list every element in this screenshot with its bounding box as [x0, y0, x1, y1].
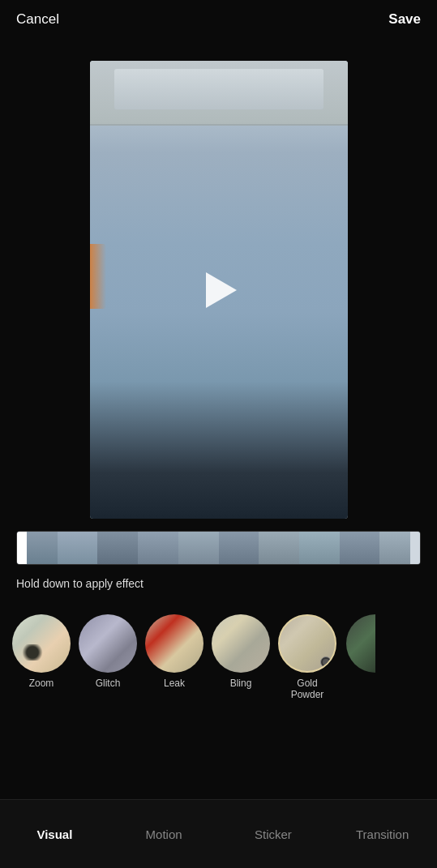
timeline-frames	[17, 532, 420, 564]
effect-circle-gold-powder	[278, 614, 336, 673]
timeline-handle-right[interactable]	[410, 531, 420, 565]
effect-circle-leak	[145, 614, 204, 673]
instruction-text: Hold down to apply effect	[16, 577, 144, 590]
video-top-structure	[90, 61, 348, 126]
timeline-frame	[299, 532, 340, 564]
timeline-frame	[340, 532, 380, 564]
timeline-frame	[178, 532, 219, 564]
effect-circle-partial	[346, 614, 375, 673]
timeline-handle-left[interactable]	[17, 531, 27, 565]
timeline-border-bottom	[27, 564, 410, 565]
effect-label-zoom: Zoom	[29, 678, 54, 689]
timeline-frame	[138, 532, 178, 564]
effect-bling[interactable]: Bling	[212, 614, 270, 689]
tab-sticker[interactable]: Sticker	[219, 819, 328, 849]
tab-label-motion: Motion	[146, 827, 182, 841]
effect-circle-zoom	[12, 614, 71, 673]
timeline-frame	[97, 532, 138, 564]
header: Cancel Save	[0, 0, 437, 39]
effect-label-bling: Bling	[230, 678, 252, 689]
tab-motion[interactable]: Motion	[109, 819, 219, 849]
timeline-container	[16, 531, 421, 565]
video-wing-detail	[114, 69, 323, 109]
play-button[interactable]	[195, 266, 243, 314]
tab-transition[interactable]: Transition	[328, 819, 437, 849]
tab-visual[interactable]: Visual	[0, 819, 109, 849]
timeline-border-top	[27, 531, 410, 532]
tab-label-sticker: Sticker	[255, 827, 292, 841]
tab-label-transition: Transition	[356, 827, 409, 841]
effect-gold-powder[interactable]: GoldPowder	[278, 614, 336, 701]
effect-label-glitch: Glitch	[96, 678, 121, 689]
cancel-button[interactable]: Cancel	[16, 11, 59, 28]
effect-partial[interactable]	[345, 614, 377, 678]
tab-label-visual: Visual	[36, 827, 72, 841]
play-icon	[206, 272, 237, 308]
save-button[interactable]: Save	[388, 11, 421, 28]
timeline-frame	[219, 532, 259, 564]
effect-glitch[interactable]: Glitch	[79, 614, 137, 689]
video-background	[90, 61, 348, 519]
tab-bar: Visual Motion Sticker Transition	[0, 799, 437, 868]
timeline-frame	[259, 532, 299, 564]
effect-label-leak: Leak	[164, 678, 185, 689]
effect-zoom[interactable]: Zoom	[12, 614, 71, 689]
effect-circle-glitch	[79, 614, 137, 673]
timeline-frame	[58, 532, 98, 564]
effect-circle-bling	[212, 614, 270, 673]
video-glow	[90, 244, 106, 309]
effects-row: Zoom Glitch Leak Bling GoldPowder	[0, 606, 437, 709]
video-preview[interactable]	[90, 61, 348, 519]
effect-label-gold-powder: GoldPowder	[291, 678, 324, 701]
timeline-track[interactable]	[16, 531, 421, 565]
effect-leak[interactable]: Leak	[145, 614, 204, 689]
